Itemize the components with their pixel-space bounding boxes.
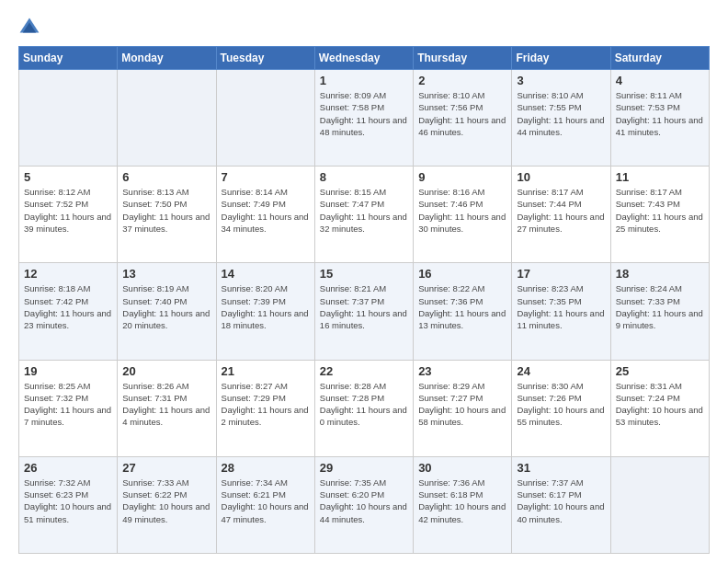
- col-header-monday: Monday: [118, 47, 216, 70]
- day-number: 10: [517, 170, 605, 184]
- day-info: Sunrise: 8:17 AM Sunset: 7:44 PM Dayligh…: [517, 186, 605, 235]
- day-number: 17: [517, 267, 605, 281]
- calendar-cell: 17Sunrise: 8:23 AM Sunset: 7:35 PM Dayli…: [512, 263, 610, 360]
- col-header-friday: Friday: [512, 47, 610, 70]
- calendar-cell: 12Sunrise: 8:18 AM Sunset: 7:42 PM Dayli…: [19, 263, 118, 360]
- calendar-cell: 2Sunrise: 8:10 AM Sunset: 7:56 PM Daylig…: [414, 70, 512, 167]
- day-number: 13: [122, 267, 210, 281]
- calendar-cell: 26Sunrise: 7:32 AM Sunset: 6:23 PM Dayli…: [19, 456, 118, 553]
- day-info: Sunrise: 8:28 AM Sunset: 7:28 PM Dayligh…: [320, 380, 408, 429]
- calendar-cell: 9Sunrise: 8:16 AM Sunset: 7:46 PM Daylig…: [414, 167, 512, 263]
- calendar-cell: 24Sunrise: 8:30 AM Sunset: 7:26 PM Dayli…: [512, 360, 610, 456]
- day-number: 2: [418, 74, 506, 87]
- day-number: 28: [222, 461, 310, 475]
- day-info: Sunrise: 8:26 AM Sunset: 7:31 PM Dayligh…: [122, 380, 210, 429]
- day-number: 4: [616, 74, 704, 87]
- day-info: Sunrise: 8:10 AM Sunset: 7:55 PM Dayligh…: [517, 89, 605, 138]
- calendar-cell: 27Sunrise: 7:33 AM Sunset: 6:22 PM Dayli…: [118, 456, 216, 553]
- calendar-cell: 19Sunrise: 8:25 AM Sunset: 7:32 PM Dayli…: [19, 360, 118, 456]
- calendar-cell: 20Sunrise: 8:26 AM Sunset: 7:31 PM Dayli…: [118, 360, 216, 456]
- day-number: 19: [24, 364, 112, 378]
- day-info: Sunrise: 8:14 AM Sunset: 7:49 PM Dayligh…: [222, 186, 310, 235]
- day-number: 3: [517, 74, 605, 87]
- calendar-cell: [216, 70, 314, 167]
- day-info: Sunrise: 7:37 AM Sunset: 6:17 PM Dayligh…: [517, 477, 605, 525]
- day-info: Sunrise: 8:11 AM Sunset: 7:53 PM Dayligh…: [616, 89, 704, 138]
- calendar-cell: [610, 456, 709, 553]
- calendar-week-2: 5Sunrise: 8:12 AM Sunset: 7:52 PM Daylig…: [19, 167, 710, 263]
- calendar-cell: 4Sunrise: 8:11 AM Sunset: 7:53 PM Daylig…: [610, 70, 709, 167]
- day-number: 27: [122, 461, 210, 475]
- day-number: 15: [320, 267, 408, 281]
- day-info: Sunrise: 8:30 AM Sunset: 7:26 PM Dayligh…: [517, 380, 605, 429]
- calendar-cell: 11Sunrise: 8:17 AM Sunset: 7:43 PM Dayli…: [610, 167, 709, 263]
- day-number: 12: [24, 267, 112, 281]
- calendar-cell: 1Sunrise: 8:09 AM Sunset: 7:58 PM Daylig…: [314, 70, 413, 167]
- day-number: 29: [320, 461, 408, 475]
- day-number: 20: [122, 364, 210, 378]
- calendar-week-5: 26Sunrise: 7:32 AM Sunset: 6:23 PM Dayli…: [19, 456, 710, 553]
- day-info: Sunrise: 8:15 AM Sunset: 7:47 PM Dayligh…: [320, 186, 408, 235]
- day-number: 5: [24, 170, 112, 184]
- day-number: 16: [418, 267, 506, 281]
- day-info: Sunrise: 8:13 AM Sunset: 7:50 PM Dayligh…: [122, 186, 210, 235]
- calendar-cell: 30Sunrise: 7:36 AM Sunset: 6:18 PM Dayli…: [414, 456, 512, 553]
- day-info: Sunrise: 8:24 AM Sunset: 7:33 PM Dayligh…: [616, 282, 704, 331]
- calendar-table: SundayMondayTuesdayWednesdayThursdayFrid…: [18, 46, 710, 554]
- day-info: Sunrise: 8:27 AM Sunset: 7:29 PM Dayligh…: [222, 380, 310, 429]
- calendar-cell: 13Sunrise: 8:19 AM Sunset: 7:40 PM Dayli…: [118, 263, 216, 360]
- calendar-week-1: 1Sunrise: 8:09 AM Sunset: 7:58 PM Daylig…: [19, 70, 710, 167]
- day-info: Sunrise: 8:17 AM Sunset: 7:43 PM Dayligh…: [616, 186, 704, 235]
- calendar-cell: [118, 70, 216, 167]
- day-number: 1: [320, 74, 408, 87]
- day-info: Sunrise: 7:33 AM Sunset: 6:22 PM Dayligh…: [122, 477, 210, 525]
- day-number: 21: [222, 364, 310, 378]
- calendar-cell: 6Sunrise: 8:13 AM Sunset: 7:50 PM Daylig…: [118, 167, 216, 263]
- calendar-cell: 31Sunrise: 7:37 AM Sunset: 6:17 PM Dayli…: [512, 456, 610, 553]
- day-number: 14: [222, 267, 310, 281]
- day-number: 18: [616, 267, 704, 281]
- calendar-cell: 28Sunrise: 7:34 AM Sunset: 6:21 PM Dayli…: [216, 456, 314, 553]
- day-number: 26: [24, 461, 112, 475]
- calendar-cell: 21Sunrise: 8:27 AM Sunset: 7:29 PM Dayli…: [216, 360, 314, 456]
- day-info: Sunrise: 8:22 AM Sunset: 7:36 PM Dayligh…: [418, 282, 506, 331]
- day-info: Sunrise: 8:25 AM Sunset: 7:32 PM Dayligh…: [24, 380, 112, 429]
- day-number: 30: [418, 461, 506, 475]
- day-number: 11: [616, 170, 704, 184]
- calendar-header-row: SundayMondayTuesdayWednesdayThursdayFrid…: [19, 47, 710, 70]
- calendar-cell: 10Sunrise: 8:17 AM Sunset: 7:44 PM Dayli…: [512, 167, 610, 263]
- calendar-cell: 22Sunrise: 8:28 AM Sunset: 7:28 PM Dayli…: [314, 360, 413, 456]
- calendar-week-3: 12Sunrise: 8:18 AM Sunset: 7:42 PM Dayli…: [19, 263, 710, 360]
- page: SundayMondayTuesdayWednesdayThursdayFrid…: [0, 0, 728, 563]
- day-info: Sunrise: 8:12 AM Sunset: 7:52 PM Dayligh…: [24, 186, 112, 235]
- day-number: 9: [418, 170, 506, 184]
- day-number: 8: [320, 170, 408, 184]
- calendar-cell: 18Sunrise: 8:24 AM Sunset: 7:33 PM Dayli…: [610, 263, 709, 360]
- calendar-cell: 14Sunrise: 8:20 AM Sunset: 7:39 PM Dayli…: [216, 263, 314, 360]
- col-header-thursday: Thursday: [414, 47, 512, 70]
- day-info: Sunrise: 7:34 AM Sunset: 6:21 PM Dayligh…: [222, 477, 310, 525]
- day-info: Sunrise: 8:20 AM Sunset: 7:39 PM Dayligh…: [222, 282, 310, 331]
- day-number: 22: [320, 364, 408, 378]
- day-number: 25: [616, 364, 704, 378]
- calendar-cell: 7Sunrise: 8:14 AM Sunset: 7:49 PM Daylig…: [216, 167, 314, 263]
- day-info: Sunrise: 7:35 AM Sunset: 6:20 PM Dayligh…: [320, 477, 408, 525]
- day-info: Sunrise: 8:31 AM Sunset: 7:24 PM Dayligh…: [616, 380, 704, 429]
- day-info: Sunrise: 8:19 AM Sunset: 7:40 PM Dayligh…: [122, 282, 210, 331]
- calendar-cell: 15Sunrise: 8:21 AM Sunset: 7:37 PM Dayli…: [314, 263, 413, 360]
- logo-icon: [18, 17, 40, 39]
- day-info: Sunrise: 8:23 AM Sunset: 7:35 PM Dayligh…: [517, 282, 605, 331]
- calendar-cell: 5Sunrise: 8:12 AM Sunset: 7:52 PM Daylig…: [19, 167, 118, 263]
- day-number: 31: [517, 461, 605, 475]
- day-info: Sunrise: 8:21 AM Sunset: 7:37 PM Dayligh…: [320, 282, 408, 331]
- day-number: 6: [122, 170, 210, 184]
- calendar-cell: 29Sunrise: 7:35 AM Sunset: 6:20 PM Dayli…: [314, 456, 413, 553]
- day-number: 7: [222, 170, 310, 184]
- day-info: Sunrise: 8:16 AM Sunset: 7:46 PM Dayligh…: [418, 186, 506, 235]
- calendar-cell: 25Sunrise: 8:31 AM Sunset: 7:24 PM Dayli…: [610, 360, 709, 456]
- calendar-cell: 3Sunrise: 8:10 AM Sunset: 7:55 PM Daylig…: [512, 70, 610, 167]
- day-info: Sunrise: 7:36 AM Sunset: 6:18 PM Dayligh…: [418, 477, 506, 525]
- calendar-cell: 8Sunrise: 8:15 AM Sunset: 7:47 PM Daylig…: [314, 167, 413, 263]
- day-number: 24: [517, 364, 605, 378]
- day-info: Sunrise: 7:32 AM Sunset: 6:23 PM Dayligh…: [24, 477, 112, 525]
